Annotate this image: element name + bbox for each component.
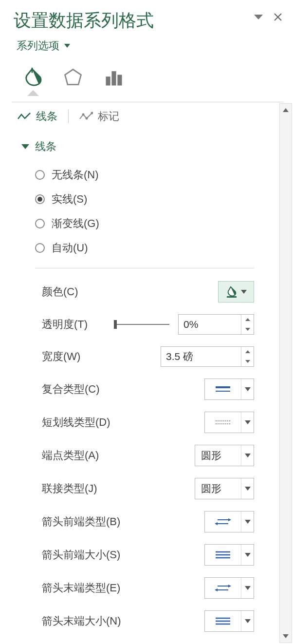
subtab-line[interactable]: 线条	[18, 109, 57, 124]
svg-marker-17	[228, 518, 231, 521]
series-options-dropdown[interactable]: 系列选项	[0, 37, 293, 62]
svg-marker-4	[65, 70, 81, 85]
svg-marker-24	[228, 585, 231, 587]
cap-type-dropdown[interactable]: 圆形	[195, 445, 254, 466]
vertical-scrollbar[interactable]	[279, 103, 292, 643]
line-group-label: 线条	[35, 139, 56, 154]
radio-solid-line-label: 实线(S)	[52, 192, 87, 207]
divider	[68, 110, 69, 123]
compound-line-icon	[215, 385, 231, 394]
radio-auto-line-label: 自动(U)	[52, 241, 88, 255]
join-type-label: 联接类型(J)	[42, 481, 97, 496]
svg-marker-0	[254, 15, 263, 19]
svg-rect-7	[117, 75, 122, 86]
radio-gradient-line-label: 渐变线(G)	[52, 216, 99, 231]
spin-down-button[interactable]	[241, 357, 254, 366]
color-label: 颜色(C)	[42, 284, 78, 299]
svg-point-8	[82, 114, 85, 116]
divider	[35, 268, 254, 268]
arrow-begin-type-label: 箭头前端类型(B)	[42, 514, 120, 529]
series-options-label: 系列选项	[17, 38, 59, 53]
panel-title: 设置数据系列格式	[14, 9, 154, 33]
subtab-marker-label: 标记	[98, 109, 119, 124]
smooth-line-checkbox[interactable]: 平滑线(M)	[10, 638, 275, 644]
transparency-slider[interactable]	[114, 319, 172, 330]
dash-type-dropdown[interactable]	[204, 412, 254, 433]
subtab-marker[interactable]: 标记	[79, 109, 119, 124]
close-button[interactable]	[273, 12, 283, 22]
width-label: 宽度(W)	[42, 349, 80, 364]
spin-down-button[interactable]	[241, 324, 254, 334]
svg-marker-19	[215, 522, 218, 525]
effects-tab[interactable]	[60, 65, 86, 90]
arrow-both-icon	[215, 583, 231, 593]
scroll-up-button[interactable]	[280, 104, 292, 116]
transparency-input[interactable]	[179, 317, 241, 332]
expander-icon	[21, 144, 29, 149]
dropdown-caret-icon	[241, 290, 247, 294]
arrow-end-size-label: 箭头末端大小(N)	[42, 614, 121, 628]
color-picker-button[interactable]	[218, 281, 254, 303]
paint-bucket-icon	[225, 285, 238, 298]
fill-line-tab[interactable]	[19, 65, 45, 90]
svg-point-9	[86, 117, 88, 120]
svg-rect-11	[227, 296, 237, 298]
lines-icon	[215, 617, 231, 625]
tab-indicator-icon	[27, 90, 39, 96]
radio-no-line-label: 无线条(N)	[52, 168, 99, 182]
radio-no-line[interactable]: 无线条(N)	[10, 163, 275, 187]
arrow-end-type-dropdown[interactable]	[204, 577, 254, 599]
dash-line-icon	[215, 419, 231, 426]
radio-auto-line[interactable]: 自动(U)	[10, 236, 275, 260]
svg-rect-6	[111, 71, 116, 85]
arrow-begin-size-dropdown[interactable]	[204, 544, 254, 566]
cap-type-value: 圆形	[195, 449, 241, 462]
width-input[interactable]	[161, 349, 241, 364]
spin-up-button[interactable]	[241, 315, 254, 324]
join-type-dropdown[interactable]: 圆形	[195, 478, 254, 499]
dropdown-caret-icon	[64, 44, 70, 48]
arrow-end-size-dropdown[interactable]	[204, 610, 254, 632]
series-options-tab[interactable]	[101, 65, 127, 90]
arrow-both-icon	[215, 517, 231, 527]
transparency-label: 透明度(T)	[42, 317, 88, 332]
compound-type-dropdown[interactable]	[204, 379, 254, 400]
lines-icon	[215, 550, 231, 559]
svg-rect-5	[106, 76, 110, 85]
spin-up-button[interactable]	[241, 347, 254, 357]
line-group-header[interactable]: 线条	[10, 133, 275, 163]
compound-type-label: 复合类型(C)	[42, 382, 100, 397]
dash-type-label: 短划线类型(D)	[42, 415, 110, 430]
subtab-line-label: 线条	[36, 109, 57, 124]
svg-marker-26	[215, 588, 218, 591]
scroll-down-button[interactable]	[280, 630, 292, 643]
arrow-begin-size-label: 箭头前端大小(S)	[42, 548, 120, 562]
cap-type-label: 端点类型(A)	[42, 448, 99, 463]
arrow-begin-type-dropdown[interactable]	[204, 511, 254, 532]
panel-options-button[interactable]	[253, 12, 264, 22]
join-type-value: 圆形	[195, 482, 241, 495]
arrow-end-type-label: 箭头末端类型(E)	[42, 581, 120, 595]
radio-solid-line[interactable]: 实线(S)	[10, 187, 275, 211]
radio-gradient-line[interactable]: 渐变线(G)	[10, 211, 275, 236]
